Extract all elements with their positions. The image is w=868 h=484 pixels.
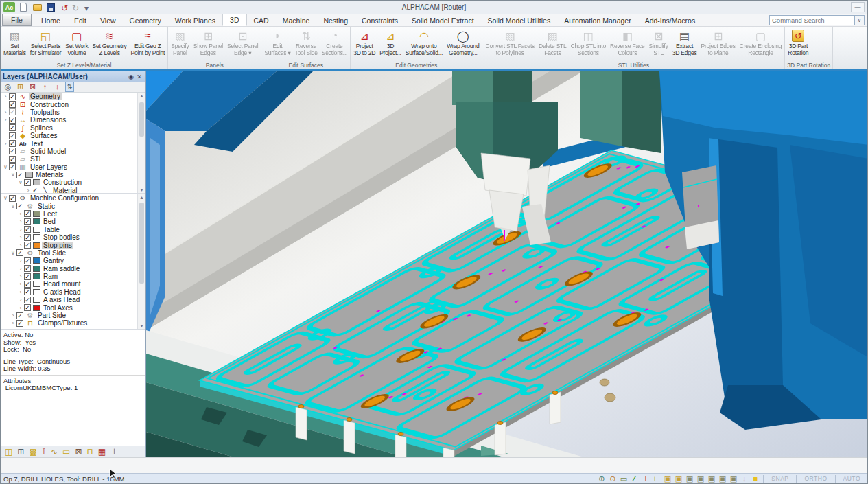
layer-row-machine-configuration[interactable]: ∨✓⚙Machine Configuration: [1, 194, 145, 202]
layer-row-a-axis-head[interactable]: ›✓A axis Head: [1, 296, 145, 303]
layer-row-dimensions[interactable]: ›✓↔Dimensions: [1, 116, 145, 124]
expand-icon[interactable]: ›: [17, 218, 24, 224]
expand-icon[interactable]: ›: [2, 141, 9, 147]
expand-icon[interactable]: ›: [17, 211, 24, 217]
layer-row-static[interactable]: ∨✓⚙Static: [1, 202, 145, 209]
layer-row-feet[interactable]: ›✓Feet: [1, 210, 145, 218]
layer-checkbox[interactable]: ✓: [24, 218, 31, 225]
layer-checkbox[interactable]: ✓: [9, 140, 16, 147]
dimensions-tab-icon[interactable]: ▭: [62, 447, 70, 457]
tab-automation-manager[interactable]: Automation Manager: [557, 15, 637, 26]
layers-tab-icon[interactable]: ◫: [5, 447, 12, 457]
tab-solid-model-utilities[interactable]: Solid Model Utilities: [481, 15, 558, 26]
view-front-icon[interactable]: ▣: [685, 474, 694, 483]
view-bottom-icon[interactable]: ▣: [729, 474, 738, 483]
expand-icon[interactable]: ›: [10, 312, 16, 319]
tab-nesting[interactable]: Nesting: [316, 15, 355, 26]
select-parts-for-simulator-button[interactable]: ◱Select Partsfor Simulator: [28, 27, 64, 56]
expand-icon[interactable]: ›: [17, 297, 24, 303]
move-down-icon[interactable]: ↓: [53, 82, 62, 91]
layer-row-construction[interactable]: ✓⊡Construction: [1, 100, 145, 108]
expand-icon[interactable]: ›: [17, 273, 24, 279]
extract-3d-edges-button[interactable]: ▤Extract3D Edges: [670, 27, 699, 56]
window-select-icon[interactable]: ▭: [619, 474, 628, 483]
layer-checkbox[interactable]: ✓: [24, 257, 31, 264]
tab-3d[interactable]: 3D: [222, 14, 246, 26]
tab-cad[interactable]: CAD: [247, 15, 276, 26]
tab-view[interactable]: View: [93, 15, 123, 26]
layer-checkbox[interactable]: ✓: [24, 234, 31, 241]
sheets-tab-icon[interactable]: ⊠: [75, 447, 82, 457]
tab-home[interactable]: Home: [34, 15, 67, 26]
layer-row-clamps-fixtures[interactable]: ›✓⊓Clamps/Fixtures: [1, 319, 145, 327]
layer-checkbox[interactable]: ✓: [24, 242, 31, 249]
minimize-button[interactable]: —: [851, 2, 865, 12]
work-plane-icon[interactable]: ■: [751, 474, 760, 483]
layer-row-head-mount[interactable]: ›✓Head mount: [1, 280, 145, 288]
project-3d-to-2d-button[interactable]: ⊿Project3D to 2D: [351, 27, 377, 56]
tools-tab-icon[interactable]: ⊺: [42, 447, 46, 457]
z-down-icon[interactable]: ↓: [740, 474, 749, 483]
layer-checkbox[interactable]: ✓: [9, 195, 16, 202]
collapse-icon[interactable]: ∨: [2, 164, 9, 170]
layer-checkbox[interactable]: ✓: [32, 187, 38, 194]
layer-row-table[interactable]: ›✓Table: [1, 226, 145, 233]
3d-part-rotation-button[interactable]: ↺3D PartRotation: [786, 27, 810, 56]
layer-row-materials[interactable]: ∨✓Materials: [1, 171, 145, 178]
toggle-auto[interactable]: AUTO: [839, 475, 865, 482]
layer-checkbox[interactable]: ✓: [24, 273, 31, 280]
layer-checkbox[interactable]: ✓: [16, 320, 23, 327]
grid-tab-icon[interactable]: ▦: [98, 447, 106, 457]
collapse-icon[interactable]: ∨: [2, 195, 9, 201]
view-left-icon[interactable]: ▣: [707, 474, 716, 483]
expand-icon[interactable]: ›: [17, 289, 24, 295]
axes-xyz-icon[interactable]: ⊥: [641, 474, 650, 483]
layer-row-ram-saddle[interactable]: ›✓Ram saddle: [1, 265, 145, 273]
expand-icon[interactable]: ›: [2, 93, 9, 100]
view-top-icon[interactable]: ▣: [663, 474, 672, 483]
expand-icon[interactable]: ›: [17, 257, 24, 264]
layer-checkbox[interactable]: ✓: [16, 203, 23, 209]
layer-checkbox[interactable]: ✓: [24, 210, 31, 217]
layer-checkbox[interactable]: ✓: [24, 179, 31, 186]
layer-checkbox[interactable]: ✓: [9, 148, 16, 154]
layer-checkbox[interactable]: ✓: [9, 108, 16, 115]
tab-edit[interactable]: Edit: [67, 15, 93, 26]
layer-row-geometry[interactable]: ›✓∿Geometry: [1, 93, 145, 100]
layer-checkbox[interactable]: ✓: [24, 304, 31, 311]
layer-checkbox[interactable]: ✓: [9, 117, 16, 124]
tree-scrollbar[interactable]: ▲▼: [137, 93, 145, 193]
layer-row-tool-side[interactable]: ∨✓⚙Tool Side: [1, 249, 145, 257]
layer-row-splines[interactable]: ✓∫Splines: [1, 124, 145, 132]
layer-checkbox[interactable]: ✓: [24, 288, 31, 295]
layer-checkbox[interactable]: ✓: [24, 281, 31, 288]
layer-checkbox[interactable]: ✓: [16, 249, 23, 256]
axes-plane-icon[interactable]: ∟: [652, 474, 661, 483]
axes-tab-icon[interactable]: ⊥: [110, 447, 117, 457]
set-geometry-z-levels-button[interactable]: ≋Set GeometryZ Levels: [90, 27, 128, 56]
layer-row-surfaces[interactable]: ✓◆Surfaces: [1, 132, 145, 139]
layer-checkbox[interactable]: ✓: [9, 156, 16, 163]
tab-geometry[interactable]: Geometry: [123, 15, 168, 26]
layer-row-user-layers[interactable]: ∨✓▥User Layers: [1, 163, 145, 171]
layer-checkbox[interactable]: ✓: [9, 163, 16, 170]
layer-checkbox[interactable]: ✓: [9, 124, 16, 131]
close-icon[interactable]: ✕: [135, 73, 143, 80]
pin-icon[interactable]: ◉: [127, 73, 135, 80]
tab-add-ins-macros[interactable]: Add-Ins/Macros: [638, 15, 703, 26]
expand-icon[interactable]: ›: [10, 320, 16, 326]
layer-row-bed[interactable]: ›✓Bed: [1, 218, 145, 225]
tree-scrollbar[interactable]: ▲▼: [137, 194, 145, 329]
world-snap-icon[interactable]: ⊕: [597, 474, 606, 483]
angle-snap-icon[interactable]: ∠: [630, 474, 639, 483]
expand-icon[interactable]: ›: [25, 187, 32, 194]
operations-tab-icon[interactable]: ∿: [51, 447, 58, 457]
sort-layers-icon[interactable]: ⇅: [65, 82, 74, 92]
layer-row-toolpaths[interactable]: ›✓≀Toolpaths: [1, 108, 145, 116]
materials-tab-icon[interactable]: ▩: [29, 447, 36, 457]
view-back-icon[interactable]: ▣: [718, 474, 727, 483]
layer-row-solid-model[interactable]: ✓▱Solid Model: [1, 148, 145, 155]
layer-row-part-side[interactable]: ›✓⚙Part Side: [1, 312, 145, 319]
collapse-icon[interactable]: ∨: [10, 250, 16, 256]
expand-icon[interactable]: ›: [2, 109, 9, 115]
